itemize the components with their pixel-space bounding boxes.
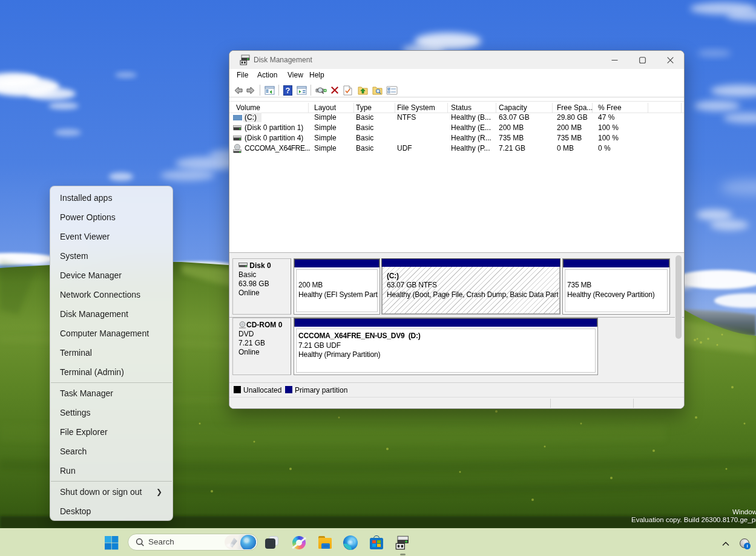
svg-text:?: ? <box>286 86 291 95</box>
